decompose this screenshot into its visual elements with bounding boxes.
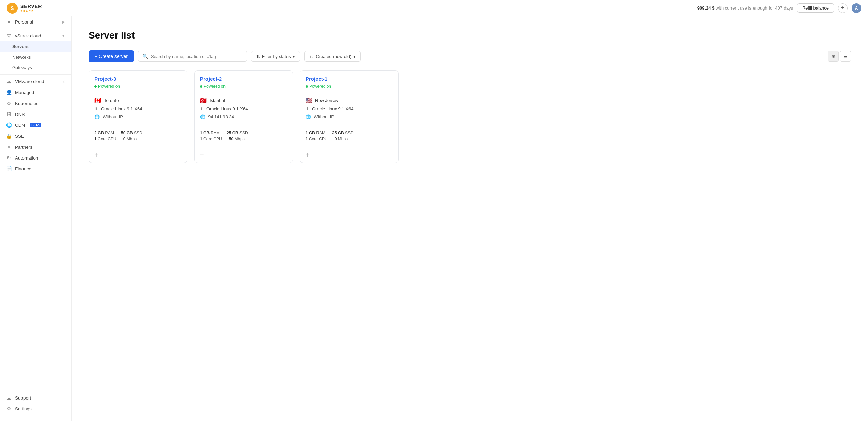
sort-label: Created (new-old) [316, 54, 351, 59]
sidebar-item-servers[interactable]: Servers [0, 41, 71, 52]
sidebar-item-personal[interactable]: ● Personal ▶ [0, 16, 71, 27]
cdn-label: CDN [15, 123, 25, 128]
sidebar-item-vstack[interactable]: ▽ vStack cloud ▼ [0, 30, 71, 41]
card-body: 🇨🇦 Toronto ⬆ Oracle Linux 9.1 X64 🌐 With… [89, 92, 187, 127]
avatar[interactable]: A [852, 3, 861, 13]
status-dot [306, 85, 308, 88]
ram-spec: 2 GB RAM [94, 131, 114, 135]
card-location-row: 🇨🇦 Toronto [94, 97, 182, 104]
server-card: Project-1 ··· Powered on 🇺🇸 New Jersey ⬆… [300, 70, 399, 163]
card-footer: + [89, 148, 187, 163]
personal-icon: ● [6, 19, 12, 25]
sidebar-item-networks[interactable]: Networks [0, 52, 71, 62]
sort-button[interactable]: ↑↓ Created (new-old) ▾ [304, 51, 361, 62]
automation-label: Automation [15, 155, 38, 161]
header-right: 909.24 $ with current use is enough for … [697, 3, 861, 13]
grid-view-button[interactable]: ⊞ [828, 51, 839, 62]
chevron-down-icon: ▼ [62, 34, 65, 38]
sidebar-divider [0, 29, 71, 29]
card-project-name[interactable]: Project-1 [306, 76, 327, 82]
card-menu-button[interactable]: ··· [174, 75, 182, 82]
sidebar-item-support[interactable]: ☁ Support [0, 392, 71, 403]
refill-balance-button[interactable]: Refill balance [797, 3, 834, 13]
search-box: 🔍 [138, 51, 247, 62]
card-menu-button[interactable]: ··· [386, 75, 393, 82]
top-header: S SERVER SPACE 909.24 $ with current use… [0, 0, 868, 16]
sort-icon: ↑↓ [309, 54, 314, 59]
card-menu-button[interactable]: ··· [280, 75, 287, 82]
finance-label: Finance [15, 166, 31, 171]
card-location: Istanbul [210, 98, 225, 103]
dns-label: DNS [15, 112, 25, 117]
flag-icon: 🇺🇸 [306, 97, 312, 104]
sidebar-item-cdn[interactable]: 🌐 CDN BETA [0, 120, 71, 131]
support-label: Support [15, 395, 31, 401]
card-header: Project-1 ··· Powered on [300, 71, 398, 92]
chevron-right-icon: ▶ [62, 20, 65, 24]
card-add-button[interactable]: + [200, 151, 204, 159]
card-ip-row: 🌐 Without IP [306, 114, 393, 119]
filter-button[interactable]: ⇅ Filter by status ▾ [251, 51, 300, 62]
page-title: Server list [89, 30, 851, 41]
sidebar-item-managed[interactable]: 👤 Managed [0, 87, 71, 98]
card-os: Oracle Linux 9.1 X64 [312, 106, 353, 111]
list-view-button[interactable]: ☰ [840, 51, 851, 62]
ssd-spec: 25 GB SSD [332, 131, 354, 135]
card-add-button[interactable]: + [94, 151, 98, 159]
vstack-icon: ▽ [6, 33, 12, 39]
cpu-spec: 1 Core CPU [306, 137, 328, 141]
sidebar-item-ssl[interactable]: 🔒 SSL [0, 131, 71, 141]
sidebar-item-kubernetes[interactable]: ⚙ Kubernetes [0, 98, 71, 109]
sidebar-item-dns[interactable]: 🗄 DNS [0, 109, 71, 120]
ssd-spec: 25 GB SSD [227, 131, 248, 135]
mbps-spec: 0 Mbps [123, 137, 137, 141]
card-header: Project-3 ··· Powered on [89, 71, 187, 92]
card-project-name[interactable]: Project-2 [200, 76, 222, 82]
specs-row-1: 2 GB RAM 50 GB SSD [94, 131, 182, 135]
sidebar-item-vmware[interactable]: ☁ VMware cloud ◁ [0, 76, 71, 87]
ip-icon: 🌐 [200, 114, 205, 119]
mbps-spec: 0 Mbps [335, 137, 348, 141]
card-location: New Jersey [315, 98, 338, 103]
card-os-row: ⬆ Oracle Linux 9.1 X64 [200, 106, 287, 111]
status-label: Powered on [98, 84, 120, 89]
sidebar-item-finance[interactable]: 📄 Finance [0, 163, 71, 174]
card-add-button[interactable]: + [306, 151, 310, 159]
card-os-row: ⬆ Oracle Linux 9.1 X64 [306, 106, 393, 111]
ip-icon: 🌐 [94, 114, 100, 119]
vmware-icon: ☁ [6, 79, 12, 84]
balance-amount: 909.24 $ [697, 5, 715, 11]
card-ip: Without IP [314, 114, 334, 119]
vmware-label: VMware cloud [15, 79, 44, 84]
status-dot [200, 85, 202, 88]
card-location: Toronto [104, 98, 119, 103]
card-footer: + [195, 148, 293, 163]
mbps-spec: 50 Mbps [229, 137, 245, 141]
sidebar-item-settings[interactable]: ⚙ Settings [0, 403, 71, 414]
add-button[interactable]: + [838, 3, 848, 13]
specs-row-1: 1 GB RAM 25 GB SSD [306, 131, 393, 135]
specs-row-1: 1 GB RAM 25 GB SSD [200, 131, 287, 135]
managed-icon: 👤 [6, 90, 12, 95]
create-server-button[interactable]: + Create server [89, 50, 134, 62]
cpu-spec: 1 Core CPU [200, 137, 222, 141]
partners-label: Partners [15, 145, 32, 150]
networks-label: Networks [12, 55, 31, 60]
card-project-name[interactable]: Project-3 [94, 76, 116, 82]
flag-icon: 🇹🇷 [200, 97, 207, 104]
sidebar-item-partners[interactable]: ✳ Partners [0, 141, 71, 152]
sidebar-item-gateways[interactable]: Gateways [0, 62, 71, 73]
search-input[interactable] [151, 54, 243, 59]
sidebar-item-automation[interactable]: ↻ Automation [0, 152, 71, 163]
ssl-label: SSL [15, 134, 24, 139]
settings-icon: ⚙ [6, 406, 12, 411]
specs-row-2: 1 Core CPU 0 Mbps [306, 137, 393, 141]
main-content: Server list + Create server 🔍 ⇅ Filter b… [72, 16, 868, 421]
search-icon: 🔍 [142, 54, 148, 59]
logo-sub: SPACE [20, 10, 42, 13]
status-dot [94, 85, 97, 88]
card-title-row: Project-3 ··· [94, 75, 182, 82]
automation-icon: ↻ [6, 155, 12, 161]
chevron-left-icon: ◁ [62, 80, 65, 84]
card-title-row: Project-2 ··· [200, 75, 287, 82]
